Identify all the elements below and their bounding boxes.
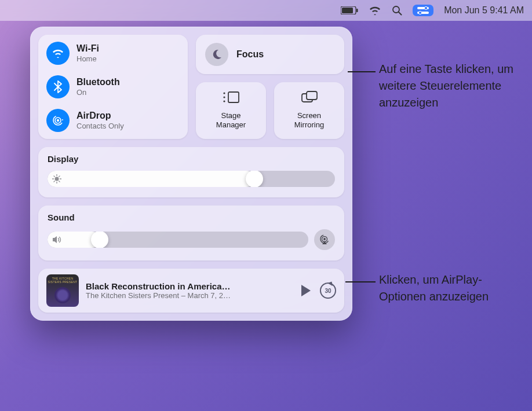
svg-point-8 [419,11,422,14]
callout-line [345,281,376,282]
sound-title: Sound [48,212,335,222]
bluetooth-subtitle: On [76,88,120,97]
control-center-panel: Wi-Fi Home Bluetooth On AirDrop [30,27,352,321]
display-slider[interactable] [48,171,335,187]
brightness-icon [52,174,61,184]
bluetooth-icon [46,75,70,98]
wifi-title: Wi-Fi [76,43,99,54]
focus-button[interactable]: Focus [196,35,344,74]
svg-point-27 [323,238,326,240]
airdrop-title: AirDrop [76,110,124,122]
sound-slider-knob[interactable] [91,232,108,248]
svg-point-14 [223,97,225,98]
play-icon [300,284,312,297]
wifi-toggle[interactable]: Wi-Fi Home [46,42,180,65]
svg-rect-1 [342,8,353,13]
stage-manager-button[interactable]: Stage Manager [196,82,266,139]
media-title: Black Reconstruction in America… [86,281,293,291]
bluetooth-title: Bluetooth [76,76,120,88]
callout-line [348,71,376,72]
svg-point-9 [57,119,59,122]
svg-line-26 [59,176,60,177]
skip-30-label: 30 [325,288,331,294]
menubar-clock[interactable]: Mon Jun 5 9:41 AM [444,5,524,16]
control-center-menubar-icon[interactable] [413,5,433,16]
wifi-subtitle: Home [76,54,99,64]
wifi-menubar-icon[interactable] [369,6,381,15]
airdrop-toggle[interactable]: AirDrop Contacts Only [46,109,180,132]
skip-forward-30-button[interactable]: 30 [320,282,336,299]
callout-text-1: Auf eine Taste klicken, um weitere Steue… [379,61,524,111]
display-card: Display [38,147,344,197]
svg-point-18 [55,177,59,181]
svg-point-15 [223,101,225,102]
stage-manager-icon [223,90,240,107]
svg-line-25 [54,181,54,182]
album-art [46,274,79,307]
svg-point-6 [425,6,428,9]
airplay-icon [319,234,330,245]
airplay-audio-button[interactable] [314,229,335,250]
wifi-icon [46,42,70,65]
svg-line-24 [59,181,60,182]
moon-icon [205,43,228,66]
spotlight-icon[interactable] [392,5,402,16]
sound-card: Sound [38,206,344,260]
speaker-icon [52,236,63,244]
menu-bar: Mon Jun 5 9:41 AM [0,0,532,21]
airdrop-subtitle: Contacts Only [76,122,124,131]
svg-point-13 [223,93,225,94]
stage-manager-label: Stage Manager [216,111,246,129]
battery-icon[interactable] [341,6,358,14]
screen-mirroring-label: Screen Mirroring [294,111,324,129]
svg-rect-2 [356,9,358,12]
focus-label: Focus [236,49,264,60]
callout-text-2: Klicken, um AirPlay-Optionen anzuzeigen [379,271,524,305]
now-playing-card[interactable]: Black Reconstruction in America… The Kit… [38,269,344,313]
airdrop-icon [46,109,70,132]
display-slider-knob[interactable] [246,171,263,187]
svg-line-23 [54,176,54,177]
bluetooth-toggle[interactable]: Bluetooth On [46,75,180,98]
connectivity-card: Wi-Fi Home Bluetooth On AirDrop [38,35,188,139]
media-subtitle: The Kitchen Sisters Present – March 7, 2… [86,291,293,300]
svg-line-4 [399,12,402,15]
display-title: Display [48,154,335,164]
svg-rect-12 [228,92,239,102]
sound-slider[interactable] [48,232,308,248]
screen-mirroring-icon [301,90,318,107]
play-button[interactable] [300,284,312,297]
svg-rect-17 [307,91,317,100]
screen-mirroring-button[interactable]: Screen Mirroring [274,82,344,139]
